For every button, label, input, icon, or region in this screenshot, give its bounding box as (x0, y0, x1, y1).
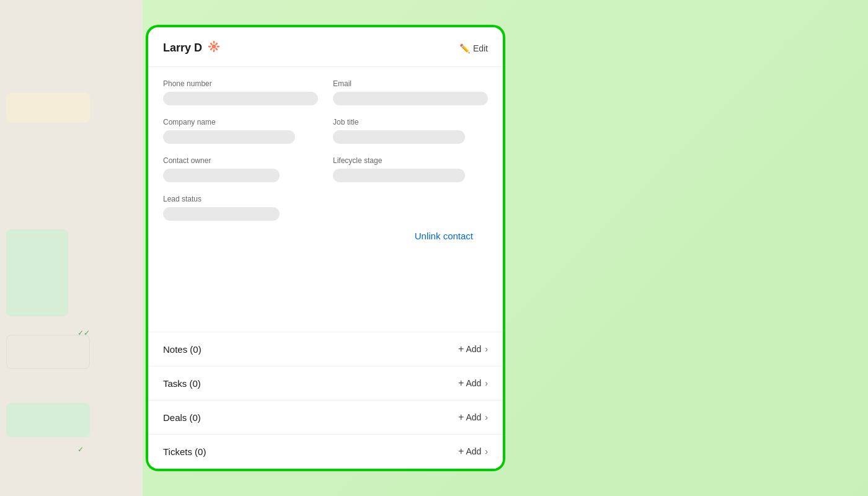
chat-bubble-2 (6, 229, 68, 316)
sections-container: Notes (0) + Add › Tasks (0) + Add › Deal… (148, 332, 503, 469)
fields-grid: Phone number Email Company name Job titl… (163, 79, 488, 221)
add-label-0: Add (466, 344, 481, 354)
lifecycle-label: Lifecycle stage (333, 156, 488, 165)
company-label: Company name (163, 118, 318, 126)
section-label-1: Tasks (0) (163, 378, 201, 389)
add-label-3: Add (466, 446, 481, 456)
section-label-0: Notes (0) (163, 344, 202, 355)
leadstatus-field-group: Lead status (163, 195, 318, 221)
lifecycle-field-group: Lifecycle stage (333, 156, 488, 182)
chat-bubble-3 (6, 335, 90, 369)
owner-value-skeleton (163, 169, 280, 182)
email-field-group: Email (333, 79, 488, 105)
checkmark-icon-1: ✓✓ (78, 329, 90, 337)
contact-name: Larry D (163, 42, 202, 55)
unlink-area: Unlink contact (163, 221, 488, 254)
section-actions-3: + Add › (458, 446, 488, 457)
card-wrapper: Larry D ✏️ Edit Phone number (146, 25, 505, 471)
jobtitle-value-skeleton (333, 130, 465, 144)
phone-field-group: Phone number (163, 79, 318, 105)
plus-icon-0: + (458, 343, 464, 355)
unlink-contact-button[interactable]: Unlink contact (415, 231, 473, 241)
section-actions-0: + Add › (458, 343, 488, 355)
phone-label: Phone number (163, 79, 318, 88)
pencil-icon: ✏️ (459, 43, 470, 53)
contact-header: Larry D ✏️ Edit (148, 27, 503, 67)
section-actions-2: + Add › (458, 412, 488, 423)
contact-name-area: Larry D (163, 40, 221, 56)
add-label-1: Add (466, 378, 481, 388)
chat-sidebar: ✓✓ ✓ (0, 0, 143, 496)
hubspot-icon (207, 40, 221, 56)
jobtitle-label: Job title (333, 118, 488, 126)
leadstatus-label: Lead status (163, 195, 318, 203)
chevron-icon-1: › (485, 378, 488, 388)
section-label-2: Deals (0) (163, 412, 201, 423)
checkmark-icon-2: ✓ (78, 445, 84, 454)
section-label-3: Tickets (0) (163, 446, 206, 457)
add-button-1[interactable]: + Add (458, 378, 481, 389)
add-button-0[interactable]: + Add (458, 343, 481, 355)
plus-icon-1: + (458, 378, 464, 389)
chat-bubble-1 (6, 93, 90, 123)
email-label: Email (333, 79, 488, 88)
add-button-2[interactable]: + Add (458, 412, 481, 423)
leadstatus-value-skeleton (163, 207, 280, 221)
add-button-3[interactable]: + Add (458, 446, 481, 457)
section-row-3: Tickets (0) + Add › (148, 435, 503, 469)
section-row-1: Tasks (0) + Add › (148, 366, 503, 401)
owner-field-group: Contact owner (163, 156, 318, 182)
contact-details: Phone number Email Company name Job titl… (148, 67, 503, 332)
lifecycle-value-skeleton (333, 169, 465, 182)
phone-value-skeleton (163, 92, 318, 105)
owner-label: Contact owner (163, 156, 318, 165)
chevron-icon-2: › (485, 412, 488, 422)
section-row-2: Deals (0) + Add › (148, 401, 503, 435)
contact-card: Larry D ✏️ Edit Phone number (148, 27, 503, 469)
section-row-0: Notes (0) + Add › (148, 332, 503, 366)
chat-bubble-4 (6, 403, 90, 437)
plus-icon-3: + (458, 446, 464, 457)
company-value-skeleton (163, 130, 295, 144)
chevron-icon-3: › (485, 446, 488, 456)
edit-label: Edit (473, 43, 488, 53)
svg-point-0 (212, 45, 216, 48)
section-actions-1: + Add › (458, 378, 488, 389)
company-field-group: Company name (163, 118, 318, 144)
jobtitle-field-group: Job title (333, 118, 488, 144)
add-label-2: Add (466, 412, 481, 422)
plus-icon-2: + (458, 412, 464, 423)
edit-button[interactable]: ✏️ Edit (459, 43, 488, 53)
chevron-icon-0: › (485, 344, 488, 354)
email-value-skeleton (333, 92, 488, 105)
